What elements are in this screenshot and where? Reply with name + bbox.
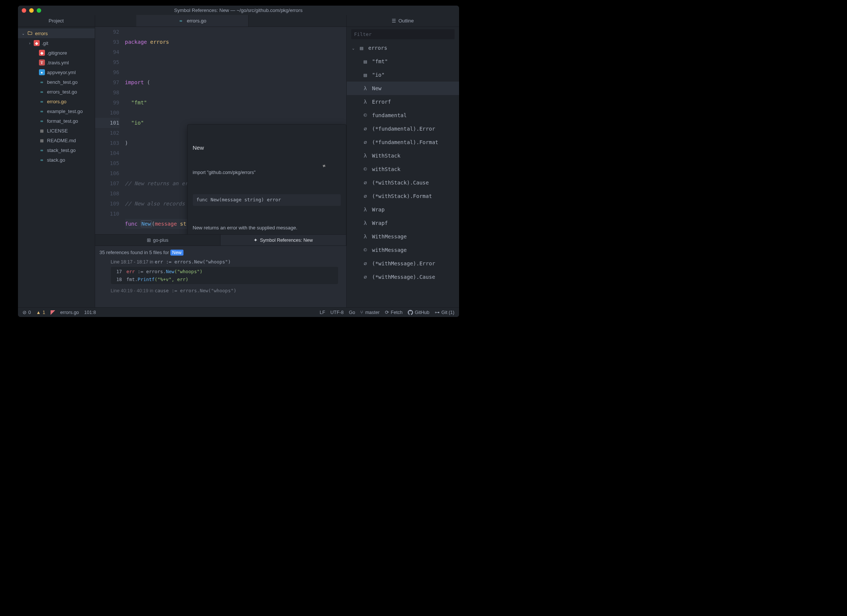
warning-icon: ▲ [36, 310, 40, 315]
status-indicator [51, 310, 55, 315]
outline-item-errorf[interactable]: λErrorf [347, 95, 459, 109]
outline-item-new[interactable]: λNew [347, 82, 459, 95]
sync-icon: ⟳ [385, 309, 389, 315]
symbol-icon: ▤ [362, 72, 368, 78]
symbol-icon: ⌀ [362, 180, 368, 186]
outline-item---withmessage--cause[interactable]: ⌀(*withMessage).Cause [347, 270, 459, 284]
minimize-icon[interactable] [29, 8, 34, 13]
status-fetch[interactable]: ⟳ Fetch [385, 309, 403, 315]
outline-item-withstack[interactable]: ©withStack [347, 162, 459, 176]
status-github[interactable]: GitHub [408, 310, 429, 315]
status-file[interactable]: errors.go [60, 310, 79, 315]
status-warnings[interactable]: ▲ 1 [36, 310, 45, 315]
tree-item-bench-test-go[interactable]: ∞bench_test.go [18, 77, 95, 87]
reference-target-badge: New [170, 250, 183, 256]
outline-panel: ☰ Outline ⌄ ▤ errors ▤"fmt"▤"io"λNewλErr… [346, 15, 459, 307]
close-icon[interactable] [22, 8, 26, 13]
status-encoding[interactable]: UTF-8 [330, 310, 343, 315]
status-git[interactable]: ⊶ Git (1) [435, 309, 455, 315]
reference-snippet-1: 17 err := errors.New("whoops") 18 fmt.Pr… [111, 267, 338, 284]
outline-filter-input[interactable] [351, 29, 455, 39]
outline-title: ☰ Outline [347, 15, 459, 27]
symbol-hover-card: New import "github.com/pkg/errors" func … [187, 124, 346, 234]
status-branch[interactable]: ⑂ master [360, 310, 379, 315]
project-sidebar: Project ⌄ errors ›◆.git◆.gitignoreT.trav… [18, 15, 95, 307]
symbol-icon: © [362, 247, 368, 253]
outline-item--fmt-[interactable]: ▤"fmt" [347, 55, 459, 68]
chevron-down-icon: ⌄ [352, 46, 355, 50]
tree-item-format-test-go[interactable]: ∞format_test.go [18, 116, 95, 126]
window-controls [22, 8, 41, 13]
editor-window: Symbol References: New — ~/go/src/github… [18, 6, 459, 317]
titlebar: Symbol References: New — ~/go/src/github… [18, 6, 459, 15]
tab-go-plus[interactable]: ⊞ go-plus [95, 235, 221, 246]
tab-symbol-references[interactable]: ✦ Symbol References: New [221, 235, 346, 246]
tree-item-stack-go[interactable]: ∞stack.go [18, 155, 95, 165]
symbol-icon: λ [362, 85, 368, 91]
tree-item--gitignore[interactable]: ◆.gitignore [18, 48, 95, 58]
outline-item-withmessage[interactable]: λWithMessage [347, 230, 459, 243]
tree-item-appveyor-yml[interactable]: ●appveyor.yml [18, 67, 95, 77]
outline-item---withstack--format[interactable]: ⌀(*withStack).Format [347, 189, 459, 203]
pin-icon[interactable] [321, 148, 341, 185]
symbol-icon: λ [362, 99, 368, 105]
outline-item--io-[interactable]: ▤"io" [347, 68, 459, 82]
symbol-icon: ⌀ [362, 139, 368, 145]
symbol-icon: ⌀ [362, 260, 368, 266]
outline-item-fundamental[interactable]: ©fundamental [347, 109, 459, 122]
outline-item-withmessage[interactable]: ©withMessage [347, 243, 459, 257]
indicator-icon [51, 310, 55, 315]
outline-item---withstack--cause[interactable]: ⌀(*withStack).Cause [347, 176, 459, 189]
code-editor[interactable]: 92 93 94 95 96 97 98 99 100 101 102 103 … [95, 27, 346, 234]
list-icon: ☰ [392, 18, 396, 24]
outline-item-withstack[interactable]: λWithStack [347, 149, 459, 162]
tree-item--travis-yml[interactable]: T.travis.yml [18, 58, 95, 67]
outline-item---fundamental--format[interactable]: ⌀(*fundamental).Format [347, 135, 459, 149]
reference-location-1[interactable]: Line 18:17 - 18:17 in err := errors.New(… [100, 259, 342, 265]
symbol-icon: ▤ [362, 58, 368, 64]
status-language[interactable]: Go [349, 310, 355, 315]
tree-item-example-test-go[interactable]: ∞example_test.go [18, 106, 95, 116]
outline-list: ⌄ ▤ errors ▤"fmt"▤"io"λNewλErrorf©fundam… [347, 41, 459, 307]
tree-item-readme-md[interactable]: ▤README.md [18, 135, 95, 145]
github-icon [408, 310, 413, 315]
tree-item-errors-test-go[interactable]: ∞errors_test.go [18, 87, 95, 97]
references-panel: 35 references found in 5 files for New L… [95, 246, 346, 307]
hover-signature: func New(message string) error [193, 194, 341, 206]
zoom-icon[interactable] [37, 8, 41, 13]
reference-location-2[interactable]: Line 40:19 - 40:19 in cause := errors.Ne… [100, 288, 342, 293]
hover-import: import "github.com/pkg/errors" [193, 169, 341, 176]
tree-item-license[interactable]: ▤LICENSE [18, 126, 95, 135]
branch-icon: ⑂ [360, 310, 363, 315]
tree-root-errors[interactable]: ⌄ errors [18, 28, 95, 38]
gutter: 92 93 94 95 96 97 98 99 100 101 102 103 … [95, 27, 125, 234]
symbol-icon: λ [362, 153, 368, 159]
tree-item-stack-test-go[interactable]: ∞stack_test.go [18, 145, 95, 155]
symbol-icon: ⌀ [362, 193, 368, 199]
bottom-dock-tabs: ⊞ go-plus ✦ Symbol References: New [95, 234, 346, 246]
status-position[interactable]: 101:8 [84, 310, 96, 315]
tree-root-label: errors [35, 31, 48, 36]
status-line-ending[interactable]: LF [320, 310, 325, 315]
outline-item-wrap[interactable]: λWrap [347, 203, 459, 216]
outline-item-wrapf[interactable]: λWrapf [347, 216, 459, 230]
hover-title: New [193, 144, 341, 152]
symbol-icon: © [362, 166, 368, 172]
code-body[interactable]: package errors import ( "fmt" "io" ) // … [125, 27, 346, 234]
tab-errors-go[interactable]: ∞ errors.go [136, 15, 249, 27]
chevron-down-icon: ⌄ [22, 31, 25, 36]
outline-root[interactable]: ⌄ ▤ errors [347, 41, 459, 55]
symbol-icon: λ [362, 207, 368, 213]
tree-item--git[interactable]: ›◆.git [18, 38, 95, 48]
sidebar-title: Project [18, 15, 95, 27]
error-icon: ⊘ [22, 309, 27, 315]
tab-bar: ∞ errors.go [95, 15, 346, 27]
references-summary: 35 references found in 5 files for New [100, 250, 342, 255]
folder-icon [27, 30, 33, 36]
outline-item---fundamental--error[interactable]: ⌀(*fundamental).Error [347, 122, 459, 135]
symbol-icon: λ [362, 220, 368, 226]
tree-item-errors-go[interactable]: ∞errors.go [18, 97, 95, 106]
tab-label: errors.go [187, 18, 206, 24]
status-errors[interactable]: ⊘ 0 [22, 309, 31, 315]
outline-item---withmessage--error[interactable]: ⌀(*withMessage).Error [347, 257, 459, 270]
